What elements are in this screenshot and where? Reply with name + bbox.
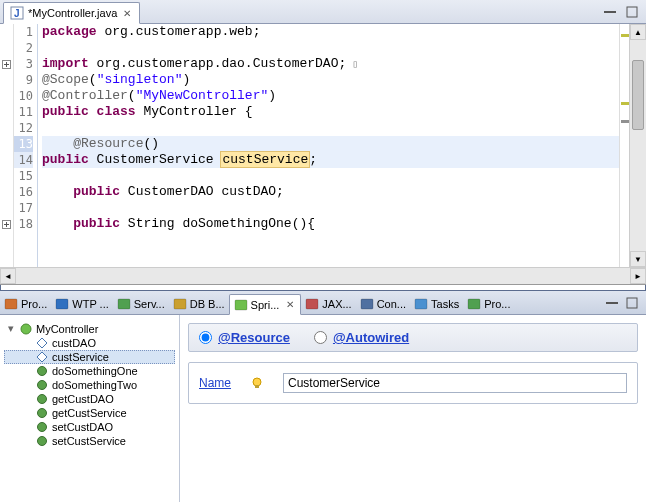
editor-line-numbers[interactable]: 1239101112131415161718 [14,24,38,267]
view-tab-tasks[interactable]: Tasks [410,294,463,314]
line-number[interactable]: 18 [14,216,33,232]
editor-tab-mycontroller[interactable]: J *MyController.java ✕ [3,2,140,24]
view-tab-spring[interactable]: Spri...✕ [229,294,302,315]
svg-rect-12 [118,299,130,309]
scroll-down-button[interactable]: ▼ [630,251,646,267]
code-line[interactable] [42,168,619,184]
editor-code-area[interactable]: package org.customerapp.web;import org.c… [38,24,619,267]
maximize-button[interactable] [624,4,640,20]
code-line[interactable] [42,200,619,216]
view-tab-jax[interactable]: JAX... [301,294,355,314]
tree-item-doSomethingOne[interactable]: doSomethingOne [4,364,175,378]
tree-item-label: doSomethingTwo [52,379,137,391]
view-tab-wtp[interactable]: WTP ... [51,294,112,314]
view-tab-progress[interactable]: Pro... [463,294,514,314]
line-number[interactable]: 13 [14,136,33,152]
name-input[interactable] [283,373,627,393]
tree-item-setCustDAO[interactable]: setCustDAO [4,420,175,434]
link-resource[interactable]: @Resource [218,330,290,345]
link-autowired[interactable]: @Autowired [333,330,409,345]
code-line[interactable]: @Resource() [42,136,619,152]
tree-item-getCustDAO[interactable]: getCustDAO [4,392,175,406]
tree-item-setCustService[interactable]: setCustService [4,434,175,448]
code-line[interactable]: import org.customerapp.dao.CustomerDAO; … [42,56,619,72]
tree-item-getCustService[interactable]: getCustService [4,406,175,420]
minimize-button[interactable] [604,295,620,311]
fold-toggle-icon[interactable] [0,216,13,232]
line-number[interactable]: 17 [14,200,33,216]
editor-marker-gutter[interactable] [0,24,14,267]
code-line[interactable] [42,40,619,56]
code-line[interactable]: public CustomerService custService; [42,152,619,168]
method-icon [36,435,48,447]
code-line[interactable]: @Scope("singleton") [42,72,619,88]
progress-icon [467,297,481,311]
collapse-icon[interactable]: ▾ [6,322,16,335]
view-tab-project[interactable]: Pro... [0,294,51,314]
line-number[interactable]: 11 [14,104,33,120]
tree-item-doSomethingTwo[interactable]: doSomethingTwo [4,378,175,392]
svg-rect-31 [255,385,259,388]
radio-autowired[interactable]: @Autowired [314,330,409,345]
maximize-button[interactable] [624,295,640,311]
view-tab-label: Con... [377,298,406,310]
svg-marker-22 [37,338,47,348]
tree-root-mycontroller[interactable]: ▾ MyController [4,321,175,336]
view-tab-db[interactable]: DB B... [169,294,229,314]
minimize-button[interactable] [602,4,618,20]
line-number[interactable]: 9 [14,72,33,88]
servers-icon [117,297,131,311]
tree-item-custDAO[interactable]: custDAO [4,336,175,350]
svg-rect-14 [235,300,247,310]
annotation-radio-group: @Resource @Autowired [188,323,638,352]
name-form-row: Name [188,362,638,404]
line-number[interactable]: 12 [14,120,33,136]
fold-toggle-icon[interactable] [0,56,13,72]
outline-tree[interactable]: ▾ MyController custDAOcustServicedoSomet… [0,315,180,502]
editor-overview-ruler[interactable] [619,24,629,267]
code-line[interactable]: public CustomerDAO custDAO; [42,184,619,200]
code-line[interactable]: public class MyController { [42,104,619,120]
svg-point-29 [38,437,47,446]
line-number[interactable]: 2 [14,40,33,56]
method-icon [36,393,48,405]
line-number[interactable]: 1 [14,24,33,40]
db-icon [173,297,187,311]
lightbulb-icon[interactable] [251,377,263,389]
scroll-right-button[interactable]: ► [630,268,646,284]
code-line[interactable] [42,120,619,136]
scrollbar-thumb[interactable] [632,60,644,130]
svg-point-30 [253,378,261,386]
close-icon[interactable]: ✕ [121,8,133,19]
close-icon[interactable]: ✕ [284,299,296,310]
radio-resource-input[interactable] [199,331,212,344]
horizontal-scrollbar[interactable]: ◄ ► [0,267,646,284]
view-tab-servers[interactable]: Serv... [113,294,169,314]
code-line[interactable]: @Controller("MyNewController") [42,88,619,104]
vertical-scrollbar[interactable]: ▲ ▼ [629,24,646,267]
line-number[interactable]: 3 [14,56,33,72]
svg-point-25 [38,381,47,390]
scroll-left-button[interactable]: ◄ [0,268,16,284]
code-line[interactable]: public String doSomethingOne(){ [42,216,619,232]
svg-point-21 [21,324,31,334]
view-tab-console[interactable]: Con... [356,294,410,314]
field-icon [36,351,48,363]
line-number[interactable]: 16 [14,184,33,200]
name-label-link[interactable]: Name [199,376,231,390]
radio-autowired-input[interactable] [314,331,327,344]
code-line[interactable]: package org.customerapp.web; [42,24,619,40]
tree-item-label: getCustService [52,407,127,419]
tree-item-custService[interactable]: custService [4,350,175,364]
svg-point-24 [38,367,47,376]
fold-ellipsis-icon[interactable]: ▯ [346,59,358,70]
editor-tab-title: *MyController.java [28,7,117,19]
line-number[interactable]: 14 [14,152,33,168]
project-icon [4,297,18,311]
scroll-up-button[interactable]: ▲ [630,24,646,40]
radio-resource[interactable]: @Resource [199,330,290,345]
tasks-icon [414,297,428,311]
bean-icon [20,323,32,335]
line-number[interactable]: 15 [14,168,33,184]
line-number[interactable]: 10 [14,88,33,104]
